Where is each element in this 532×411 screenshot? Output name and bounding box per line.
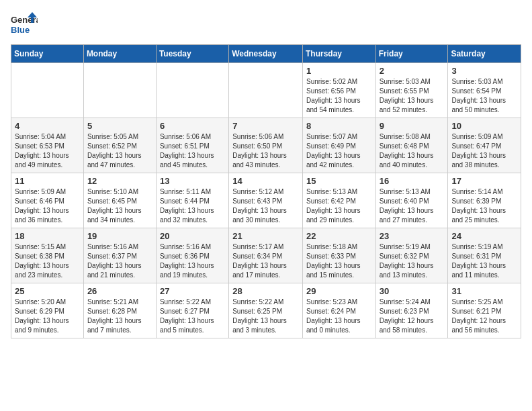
header-monday: Monday (83, 45, 156, 63)
calendar-cell: 6Sunrise: 5:06 AM Sunset: 6:51 PM Daylig… (156, 118, 228, 173)
calendar-header-row: SundayMondayTuesdayWednesdayThursdayFrid… (11, 45, 521, 63)
header-friday: Friday (375, 45, 448, 63)
calendar-cell: 8Sunrise: 5:07 AM Sunset: 6:49 PM Daylig… (302, 118, 375, 173)
header: General Blue (11, 11, 521, 38)
day-number: 20 (160, 231, 225, 241)
calendar-cell: 28Sunrise: 5:22 AM Sunset: 6:25 PM Dayli… (229, 283, 303, 338)
calendar-cell: 16Sunrise: 5:13 AM Sunset: 6:40 PM Dayli… (375, 173, 448, 228)
day-number: 21 (232, 231, 299, 241)
day-number: 11 (15, 176, 80, 186)
day-info: Sunrise: 5:24 AM Sunset: 6:23 PM Dayligh… (380, 298, 445, 335)
day-info: Sunrise: 5:22 AM Sunset: 6:27 PM Dayligh… (160, 298, 225, 335)
calendar-cell: 19Sunrise: 5:16 AM Sunset: 6:37 PM Dayli… (83, 228, 156, 283)
calendar-cell: 18Sunrise: 5:15 AM Sunset: 6:38 PM Dayli… (11, 228, 84, 283)
calendar-table: SundayMondayTuesdayWednesdayThursdayFrid… (11, 44, 521, 338)
day-number: 22 (306, 231, 372, 241)
day-info: Sunrise: 5:04 AM Sunset: 6:53 PM Dayligh… (15, 132, 80, 170)
calendar-cell: 20Sunrise: 5:16 AM Sunset: 6:36 PM Dayli… (156, 228, 228, 283)
day-info: Sunrise: 5:06 AM Sunset: 6:50 PM Dayligh… (232, 132, 299, 170)
day-number: 2 (380, 66, 445, 76)
day-number: 1 (306, 66, 372, 76)
day-info: Sunrise: 5:21 AM Sunset: 6:28 PM Dayligh… (87, 298, 152, 335)
calendar-cell: 27Sunrise: 5:22 AM Sunset: 6:27 PM Dayli… (156, 283, 228, 338)
calendar-week-5: 25Sunrise: 5:20 AM Sunset: 6:29 PM Dayli… (11, 283, 521, 338)
day-info: Sunrise: 5:16 AM Sunset: 6:37 PM Dayligh… (87, 242, 152, 280)
calendar-cell: 29Sunrise: 5:23 AM Sunset: 6:24 PM Dayli… (302, 283, 375, 338)
day-info: Sunrise: 5:17 AM Sunset: 6:34 PM Dayligh… (232, 242, 299, 280)
calendar-cell: 11Sunrise: 5:09 AM Sunset: 6:46 PM Dayli… (11, 173, 84, 228)
header-wednesday: Wednesday (229, 45, 303, 63)
calendar-cell: 3Sunrise: 5:03 AM Sunset: 6:54 PM Daylig… (448, 63, 521, 118)
calendar-cell: 5Sunrise: 5:05 AM Sunset: 6:52 PM Daylig… (83, 118, 156, 173)
day-number: 18 (15, 231, 80, 241)
calendar-cell: 31Sunrise: 5:25 AM Sunset: 6:21 PM Dayli… (448, 283, 521, 338)
header-thursday: Thursday (302, 45, 375, 63)
day-number: 13 (160, 176, 225, 186)
day-number: 25 (15, 286, 80, 296)
calendar-cell: 7Sunrise: 5:06 AM Sunset: 6:50 PM Daylig… (229, 118, 303, 173)
calendar-cell: 10Sunrise: 5:09 AM Sunset: 6:47 PM Dayli… (448, 118, 521, 173)
day-info: Sunrise: 5:11 AM Sunset: 6:44 PM Dayligh… (160, 187, 225, 225)
day-number: 10 (451, 121, 517, 131)
calendar-cell: 15Sunrise: 5:13 AM Sunset: 6:42 PM Dayli… (302, 173, 375, 228)
day-number: 3 (451, 66, 517, 76)
header-saturday: Saturday (448, 45, 521, 63)
day-number: 15 (306, 176, 372, 186)
day-info: Sunrise: 5:10 AM Sunset: 6:45 PM Dayligh… (87, 187, 152, 225)
day-number: 8 (306, 121, 372, 131)
calendar-cell: 1Sunrise: 5:02 AM Sunset: 6:56 PM Daylig… (302, 63, 375, 118)
header-sunday: Sunday (11, 45, 84, 63)
day-number: 14 (232, 176, 299, 186)
header-tuesday: Tuesday (156, 45, 228, 63)
day-number: 6 (160, 121, 225, 131)
calendar-week-4: 18Sunrise: 5:15 AM Sunset: 6:38 PM Dayli… (11, 228, 521, 283)
day-number: 19 (87, 231, 152, 241)
calendar-week-1: 1Sunrise: 5:02 AM Sunset: 6:56 PM Daylig… (11, 63, 521, 118)
calendar-week-3: 11Sunrise: 5:09 AM Sunset: 6:46 PM Dayli… (11, 173, 521, 228)
calendar-cell: 12Sunrise: 5:10 AM Sunset: 6:45 PM Dayli… (83, 173, 156, 228)
day-number: 27 (160, 286, 225, 296)
day-info: Sunrise: 5:22 AM Sunset: 6:25 PM Dayligh… (232, 298, 299, 335)
day-info: Sunrise: 5:03 AM Sunset: 6:55 PM Dayligh… (380, 77, 445, 115)
day-info: Sunrise: 5:20 AM Sunset: 6:29 PM Dayligh… (15, 298, 80, 335)
calendar-cell: 23Sunrise: 5:19 AM Sunset: 6:32 PM Dayli… (375, 228, 448, 283)
day-info: Sunrise: 5:16 AM Sunset: 6:36 PM Dayligh… (160, 242, 225, 280)
calendar-cell: 21Sunrise: 5:17 AM Sunset: 6:34 PM Dayli… (229, 228, 303, 283)
day-info: Sunrise: 5:13 AM Sunset: 6:42 PM Dayligh… (306, 187, 372, 225)
day-number: 23 (380, 231, 445, 241)
day-info: Sunrise: 5:09 AM Sunset: 6:46 PM Dayligh… (15, 187, 80, 225)
day-info: Sunrise: 5:12 AM Sunset: 6:43 PM Dayligh… (232, 187, 299, 225)
calendar-cell: 2Sunrise: 5:03 AM Sunset: 6:55 PM Daylig… (375, 63, 448, 118)
day-info: Sunrise: 5:19 AM Sunset: 6:31 PM Dayligh… (451, 242, 517, 280)
day-number: 12 (87, 176, 152, 186)
day-info: Sunrise: 5:08 AM Sunset: 6:48 PM Dayligh… (380, 132, 445, 170)
calendar-cell: 4Sunrise: 5:04 AM Sunset: 6:53 PM Daylig… (11, 118, 84, 173)
day-info: Sunrise: 5:14 AM Sunset: 6:39 PM Dayligh… (451, 187, 517, 225)
calendar-cell: 30Sunrise: 5:24 AM Sunset: 6:23 PM Dayli… (375, 283, 448, 338)
day-number: 17 (451, 176, 517, 186)
calendar-cell: 17Sunrise: 5:14 AM Sunset: 6:39 PM Dayli… (448, 173, 521, 228)
day-info: Sunrise: 5:18 AM Sunset: 6:33 PM Dayligh… (306, 242, 372, 280)
day-number: 31 (451, 286, 517, 296)
day-info: Sunrise: 5:13 AM Sunset: 6:40 PM Dayligh… (380, 187, 445, 225)
calendar-cell (83, 63, 156, 118)
calendar-cell: 9Sunrise: 5:08 AM Sunset: 6:48 PM Daylig… (375, 118, 448, 173)
day-number: 5 (87, 121, 152, 131)
day-number: 16 (380, 176, 445, 186)
day-number: 26 (87, 286, 152, 296)
svg-text:Blue: Blue (11, 25, 30, 35)
day-number: 7 (232, 121, 299, 131)
calendar-cell: 26Sunrise: 5:21 AM Sunset: 6:28 PM Dayli… (83, 283, 156, 338)
day-info: Sunrise: 5:07 AM Sunset: 6:49 PM Dayligh… (306, 132, 372, 170)
day-info: Sunrise: 5:06 AM Sunset: 6:51 PM Dayligh… (160, 132, 225, 170)
day-number: 29 (306, 286, 372, 296)
day-number: 30 (380, 286, 445, 296)
day-number: 9 (380, 121, 445, 131)
calendar-cell (156, 63, 228, 118)
calendar-cell: 14Sunrise: 5:12 AM Sunset: 6:43 PM Dayli… (229, 173, 303, 228)
calendar-week-2: 4Sunrise: 5:04 AM Sunset: 6:53 PM Daylig… (11, 118, 521, 173)
calendar-cell (229, 63, 303, 118)
calendar-cell: 24Sunrise: 5:19 AM Sunset: 6:31 PM Dayli… (448, 228, 521, 283)
day-info: Sunrise: 5:25 AM Sunset: 6:21 PM Dayligh… (451, 298, 517, 335)
logo: General Blue (11, 11, 38, 38)
